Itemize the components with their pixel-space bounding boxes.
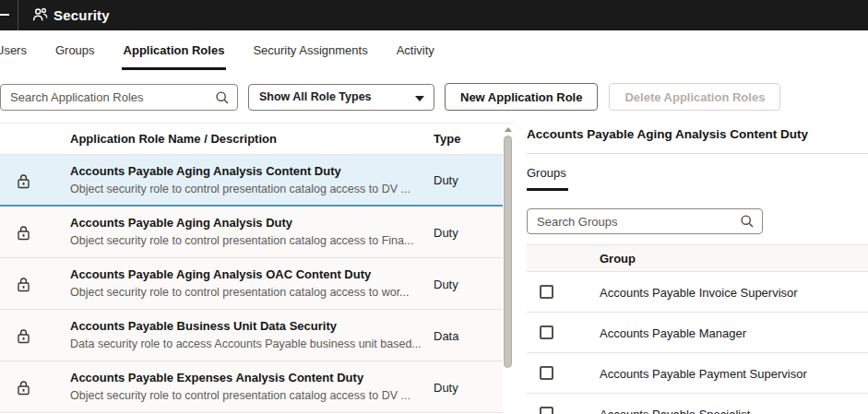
lock-icon <box>17 328 30 348</box>
role-type: Duty <box>434 225 458 239</box>
role-description: Object security role to control presenta… <box>70 389 421 402</box>
role-type: Duty <box>434 277 458 290</box>
group-checkbox[interactable] <box>540 285 553 299</box>
role-type-filter-value: Show All Role Types <box>259 90 372 103</box>
application-roles-search <box>0 84 238 111</box>
table-row[interactable]: Accounts Payable Aging Analysis Duty Obj… <box>0 207 514 258</box>
search-icon <box>740 214 755 232</box>
search-icon <box>215 90 230 109</box>
application-roles-table: Application Role Name / Description Type… <box>0 123 514 414</box>
app-header: Security <box>0 0 868 30</box>
chevron-down-icon <box>415 96 424 101</box>
role-description: Object security role to control presenta… <box>70 183 421 195</box>
groups-table: Group Accounts Payable Invoice Superviso… <box>527 244 868 414</box>
new-application-role-button[interactable]: New Application Role <box>445 83 598 111</box>
list-item[interactable]: Accounts Payable Invoice Supervisor <box>527 272 868 313</box>
role-description: Object security role to control presenta… <box>70 286 421 299</box>
lock-icon <box>17 225 30 244</box>
group-name: Accounts Payable Invoice Supervisor <box>600 285 798 299</box>
lock-icon <box>17 380 30 399</box>
tab-activity[interactable]: Activity <box>395 43 436 70</box>
role-type: Data <box>434 328 458 342</box>
roles-toolbar: Show All Role Types New Application Role… <box>0 83 868 111</box>
group-checkbox[interactable] <box>540 366 553 380</box>
header-divider <box>18 0 18 30</box>
search-groups-input[interactable] <box>528 209 762 233</box>
role-text: Accounts Payable Aging Analysis Content … <box>70 164 421 195</box>
role-description: Object security role to control presenta… <box>70 234 421 247</box>
delete-application-roles-button: Delete Application Roles <box>609 83 780 111</box>
role-text: Accounts Payable Business Unit Data Secu… <box>70 319 421 350</box>
groups-search <box>527 208 763 234</box>
lock-icon <box>17 173 30 193</box>
detail-divider <box>527 153 868 154</box>
tab-detail-groups[interactable]: Groups <box>527 166 568 191</box>
column-header-type: Type <box>434 132 460 146</box>
main-tabs: Users Groups Application Roles Security … <box>0 30 868 70</box>
column-header-group: Group <box>600 252 636 266</box>
role-description: Data security role to access Accounts Pa… <box>70 337 421 350</box>
tab-application-roles[interactable]: Application Roles <box>122 43 227 70</box>
column-header-name-description: Application Role Name / Description <box>70 132 277 146</box>
page-title: Security <box>54 7 110 23</box>
role-text: Accounts Payable Expenses Analysis Conte… <box>70 371 421 402</box>
scrollbar-thumb[interactable] <box>504 136 512 368</box>
search-application-roles-input[interactable] <box>1 85 237 110</box>
group-checkbox[interactable] <box>540 407 553 414</box>
people-icon <box>32 7 48 27</box>
role-text: Accounts Payable Aging Analysis OAC Cont… <box>70 267 421 299</box>
group-name: Accounts Payable Manager <box>600 325 746 339</box>
list-item[interactable]: Accounts Payable Specialist <box>527 394 868 414</box>
list-item[interactable]: Accounts Payable Manager <box>527 313 868 353</box>
table-row[interactable]: Accounts Payable Expenses Analysis Conte… <box>0 361 514 413</box>
groups-table-header: Group <box>527 244 868 272</box>
role-type-filter-dropdown[interactable]: Show All Role Types <box>248 84 434 111</box>
list-item[interactable]: Accounts Payable Payment Supervisor <box>527 353 868 394</box>
role-detail-panel: Accounts Payable Aging Analysis Content … <box>527 123 868 414</box>
role-name: Accounts Payable Aging Analysis Content … <box>70 164 421 178</box>
table-row[interactable]: Accounts Payable Aging Analysis Content … <box>0 155 514 207</box>
hamburger-menu-icon[interactable] <box>0 14 9 16</box>
lock-icon <box>17 277 30 296</box>
role-text: Accounts Payable Aging Analysis Duty Obj… <box>70 216 421 247</box>
tab-users[interactable]: Users <box>0 43 29 70</box>
table-row[interactable]: Accounts Payable Business Unit Data Secu… <box>0 310 514 361</box>
table-row[interactable]: Accounts Payable Aging Analysis OAC Cont… <box>0 258 514 310</box>
role-type: Duty <box>434 380 458 394</box>
group-checkbox[interactable] <box>540 325 553 339</box>
group-name: Accounts Payable Specialist <box>600 407 750 414</box>
role-name: Accounts Payable Aging Analysis OAC Cont… <box>70 267 421 281</box>
group-name: Accounts Payable Payment Supervisor <box>600 366 807 380</box>
roles-table-header: Application Role Name / Description Type <box>0 124 514 155</box>
role-name: Accounts Payable Expenses Analysis Conte… <box>70 371 421 384</box>
detail-panel-title: Accounts Payable Aging Analysis Content … <box>527 127 868 141</box>
role-name: Accounts Payable Business Unit Data Secu… <box>70 319 421 333</box>
role-name: Accounts Payable Aging Analysis Duty <box>70 216 421 230</box>
role-type: Duty <box>434 173 458 187</box>
roles-table-scrollbar[interactable] <box>503 124 514 414</box>
tab-groups[interactable]: Groups <box>54 43 97 70</box>
scroll-up-arrow-icon[interactable] <box>505 127 512 132</box>
tab-security-assignments[interactable]: Security Assignments <box>251 43 369 70</box>
